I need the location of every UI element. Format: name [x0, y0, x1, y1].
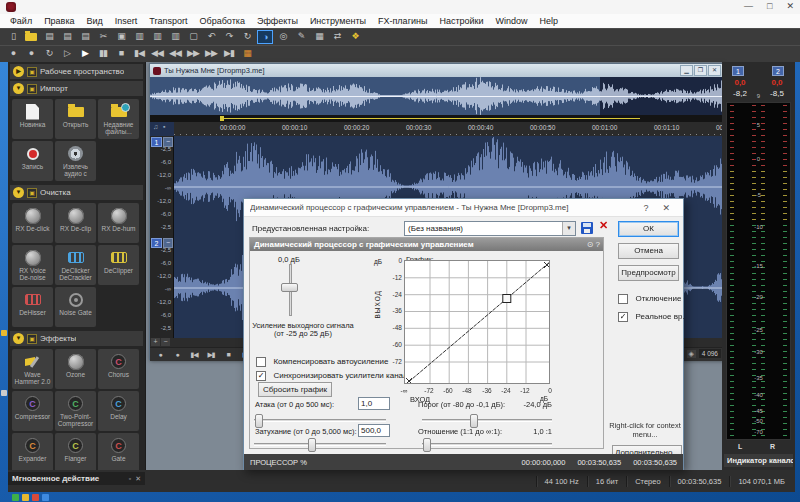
menu-window[interactable]: Window — [490, 14, 534, 28]
menu-help[interactable]: Help — [534, 14, 565, 28]
menu-эффекты[interactable]: Эффекты — [251, 14, 304, 28]
zoom-tool-icon[interactable]: ◎ — [275, 30, 291, 44]
wave-restore-icon[interactable]: ❐ — [694, 65, 707, 76]
lock-icon[interactable]: ▪ — [163, 123, 165, 130]
position-marker[interactable] — [220, 116, 224, 121]
time-ruler[interactable]: 00:00:0000:00:1000:00:2000:00:3000:00:40… — [174, 122, 723, 136]
chevron-down-icon[interactable]: ▼ — [13, 83, 24, 94]
threshold-slider-track[interactable] — [422, 419, 552, 422]
gain-slider-thumb[interactable] — [281, 283, 298, 292]
overview-waveform[interactable] — [150, 77, 723, 115]
fast-forward-icon[interactable]: ▶▶ — [185, 47, 201, 61]
tile-expander[interactable]: CExpander — [12, 433, 53, 470]
stop-icon[interactable]: ■ — [113, 47, 129, 61]
transfer-curve-graph[interactable] — [404, 260, 550, 384]
sidebar-section-очистка[interactable]: ▼▣Очистка — [10, 185, 143, 200]
undo-icon[interactable]: ↶ — [203, 30, 219, 44]
tile-rx-de-clip[interactable]: RX De-clip — [55, 203, 96, 243]
window-minimize-icon[interactable]: — — [744, 0, 753, 13]
paste-special-icon[interactable]: ▥ — [149, 30, 165, 44]
reset-graph-button[interactable]: Сбросить график — [258, 382, 332, 397]
preset-combobox[interactable]: (Без названия) ▾ — [404, 221, 576, 236]
swap-channels-icon[interactable]: ⇄ — [329, 30, 345, 44]
go-to-start-icon[interactable]: ▮◀ — [187, 351, 201, 359]
tile-wave-hammer-2-0[interactable]: Wave Hammer 2.0 — [12, 349, 53, 389]
record-arm-icon[interactable]: ● — [5, 47, 21, 61]
curve-point-marker[interactable] — [503, 295, 511, 303]
attack-slider-track[interactable] — [254, 419, 386, 422]
wave-close-icon[interactable]: ✕ — [708, 65, 721, 76]
realtime-checkbox[interactable]: ✓ Реальное вр. — [618, 307, 685, 325]
previous-marker-icon[interactable]: ◀◀ — [149, 47, 165, 61]
tile-compressor[interactable]: CCompressor — [12, 391, 53, 431]
chevron-down-icon[interactable]: ▼ — [13, 187, 24, 198]
tile-запись[interactable]: Запись — [12, 141, 53, 181]
release-slider-thumb[interactable] — [308, 438, 316, 452]
next-marker-icon[interactable]: ▶▶ — [203, 47, 219, 61]
tile-открыть[interactable]: Открыть — [55, 99, 96, 139]
release-slider-track[interactable] — [254, 443, 386, 446]
instant-action-tab[interactable]: Мгновенное действие ▫ ✕ — [8, 472, 145, 485]
save-as-icon[interactable]: ▤ — [59, 30, 75, 44]
tile-delay[interactable]: CDelay — [98, 391, 139, 431]
tile-declipper[interactable]: DeClipper — [98, 245, 139, 285]
menu-вид[interactable]: Вид — [81, 14, 109, 28]
menu-файл[interactable]: Файл — [4, 14, 38, 28]
channel-1-collapse-icon[interactable]: − — [163, 137, 173, 147]
release-input[interactable] — [358, 424, 390, 437]
channel-2-badge[interactable]: 2 — [151, 238, 162, 248]
marker-strip[interactable] — [150, 115, 723, 122]
channel-2-collapse-icon[interactable]: − — [163, 238, 173, 248]
tile-flanger[interactable]: CFlanger — [55, 433, 96, 470]
menu-обработка[interactable]: Обработка — [194, 14, 251, 28]
menu-fx-плагины[interactable]: FX-плагины — [372, 14, 433, 28]
tile-извлечь-аудио-с-диска[interactable]: Извлечь аудио с диска... — [55, 141, 96, 181]
close-panel-icon[interactable]: ✕ — [135, 475, 141, 483]
sidebar-section-эффекты[interactable]: ▼▣Эффекты — [10, 331, 143, 346]
tile-declicker-decrackler[interactable]: DeClicker DeCrackler — [55, 245, 96, 285]
save-all-icon[interactable]: ▤ — [77, 30, 93, 44]
record-arm-icon[interactable]: ● — [153, 351, 167, 358]
tile-rx-voice-de-noise[interactable]: RX Voice De-noise — [12, 245, 53, 285]
meter-channel-1-badge[interactable]: 1 — [732, 66, 744, 76]
menu-transport[interactable]: Transport — [143, 14, 193, 28]
go-to-end-icon[interactable]: ▶▮ — [204, 351, 218, 359]
wave-window-titlebar[interactable]: Ты Нужна Мне [Dropmp3.me] — [150, 64, 723, 77]
checkbox-icon[interactable]: ✓ — [256, 371, 266, 381]
play-plugin-icon[interactable]: ▷ — [59, 47, 75, 61]
ratio-slider-thumb[interactable] — [423, 438, 431, 452]
properties-icon[interactable]: ▦ — [311, 30, 327, 44]
attack-slider-thumb[interactable] — [255, 414, 263, 428]
save-preset-icon[interactable] — [581, 222, 593, 234]
cancel-button[interactable]: Отмена — [618, 243, 679, 259]
tile-rx-de-click[interactable]: RX De-click — [12, 203, 53, 243]
menu-настройки[interactable]: Настройки — [433, 14, 489, 28]
threshold-slider-thumb[interactable] — [470, 414, 478, 428]
sidebar-section-рабочее-пространство[interactable]: ▶▣Рабочее пространство — [10, 64, 143, 79]
ok-button[interactable]: ОК — [618, 221, 679, 237]
checkbox-icon[interactable]: ✓ — [618, 312, 628, 322]
meter-panel-caption[interactable]: Индикатор каналов — [724, 454, 793, 467]
dialog-help-icon[interactable]: ? — [636, 203, 655, 213]
paste-icon[interactable]: ▥ — [131, 30, 147, 44]
clip-indicator-2[interactable]: 0,0 — [762, 78, 792, 87]
record-icon[interactable]: ● — [23, 47, 39, 61]
menu-инструменты[interactable]: Инструменты — [304, 14, 372, 28]
speaker-icon[interactable]: ♫ — [153, 123, 158, 130]
tile-новинка[interactable]: Новинка — [12, 99, 53, 139]
tile-rx-de-hum[interactable]: RX De-hum — [98, 203, 139, 243]
chevron-right-icon[interactable]: ▶ — [13, 66, 24, 77]
pause-icon[interactable]: ▮▮ — [95, 47, 111, 61]
repeat-icon[interactable]: ↻ — [239, 30, 255, 44]
delete-preset-icon[interactable]: ✕ — [599, 219, 608, 232]
window-close-icon[interactable]: ✕ — [786, 0, 794, 13]
bypass-checkbox[interactable]: Отключение — [618, 289, 681, 307]
menu-правка[interactable]: Правка — [38, 14, 80, 28]
channel-1-badge[interactable]: 1 — [151, 137, 162, 147]
zoom-in-vertical-icon[interactable]: + — [151, 338, 160, 346]
tile-two-point-compressor[interactable]: CTwo-Point-Compressor — [55, 391, 96, 431]
checkbox-icon[interactable] — [618, 294, 628, 304]
zoom-out-vertical-icon[interactable]: − — [161, 338, 170, 346]
play-icon[interactable]: ▶ — [77, 47, 93, 61]
event-tool-icon[interactable]: ▦ — [239, 47, 255, 61]
